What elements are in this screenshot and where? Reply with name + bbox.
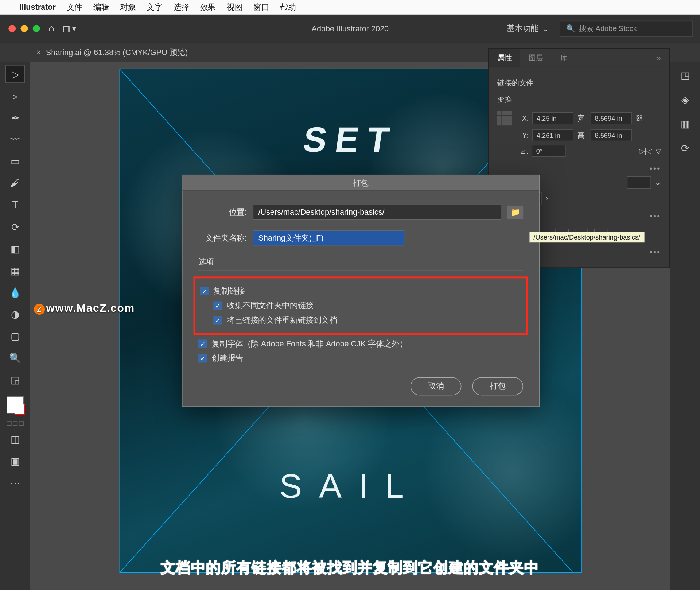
draw-mode[interactable]: ◫ — [6, 431, 24, 448]
paintbrush-tool[interactable]: 🖌 — [6, 175, 24, 192]
transform-more-icon[interactable]: ••• — [497, 161, 661, 176]
copy-fonts-checkbox[interactable]: ✓复制字体（除 Adobe Fonts 和非 Adobe CJK 字体之外） — [198, 338, 523, 349]
y-field[interactable] — [532, 129, 573, 141]
home-icon[interactable]: ⌂ — [48, 23, 54, 34]
rotate-tool[interactable]: ⟳ — [6, 218, 24, 236]
menu-file[interactable]: 文件 — [67, 1, 82, 12]
tab-properties[interactable]: 属性 — [489, 49, 520, 67]
artboard-tool[interactable]: ▢ — [6, 327, 24, 345]
window-controls — [8, 25, 40, 32]
options-label: 选项 — [198, 256, 523, 270]
menu-view[interactable]: 视图 — [227, 1, 242, 12]
collect-links-checkbox[interactable]: ✓收集不同文件夹中的链接 — [213, 300, 521, 311]
copy-links-checkbox[interactable]: ✓复制链接 — [200, 286, 521, 296]
edit-toolbar[interactable]: ⋯ — [6, 474, 24, 491]
type-tool[interactable]: T — [6, 197, 24, 214]
flip-h-icon[interactable]: ▷|◁ — [639, 147, 652, 155]
pen-tool[interactable]: ✒ — [6, 109, 24, 126]
minimize-window-icon[interactable] — [21, 25, 28, 32]
properties-icon[interactable]: ◳ — [677, 67, 694, 84]
h-field[interactable] — [591, 129, 632, 141]
create-report-checkbox[interactable]: ✓创建报告 — [198, 353, 523, 364]
location-label: 位置: — [198, 206, 247, 217]
menu-edit[interactable]: 编辑 — [93, 1, 109, 12]
search-placeholder: 搜索 Adobe Stock — [579, 23, 637, 34]
transform-label: 变换 — [497, 94, 661, 105]
workspace-selector[interactable]: 基本功能⌄ — [507, 23, 549, 34]
browse-folder-icon[interactable]: 📁 — [508, 205, 523, 219]
flip-v-icon[interactable]: ▽̲ — [656, 147, 661, 155]
x-field[interactable] — [532, 112, 573, 124]
highlighted-options: ✓复制链接 ✓收集不同文件夹中的链接 ✓将已链接的文件重新链接到文档 — [193, 276, 528, 335]
folder-name-field[interactable] — [253, 230, 404, 246]
menu-help[interactable]: 帮助 — [280, 1, 296, 12]
artwork-text-bottom: SAIL — [120, 466, 580, 506]
chevron-down-icon: ⌄ — [542, 24, 549, 33]
eraser-tool[interactable]: ◧ — [6, 240, 24, 257]
annotation-caption: 文档中的所有链接都将被找到并复制到它创建的文件夹中 — [0, 558, 700, 577]
linked-file-label: 链接的文件 — [497, 78, 661, 89]
close-window-icon[interactable] — [8, 25, 16, 32]
layers-icon[interactable]: ◈ — [677, 91, 694, 108]
zoom-window-icon[interactable] — [33, 25, 40, 32]
dialog-title: 打包 — [183, 175, 539, 191]
search-icon: 🔍 — [566, 24, 575, 33]
cancel-button[interactable]: 取消 — [411, 377, 462, 395]
menu-type[interactable]: 文字 — [147, 1, 162, 12]
app-header: ⌂ ▥ ▾ Adobe Illustrator 2020 基本功能⌄ 🔍 搜索 … — [0, 15, 700, 42]
rectangle-tool[interactable]: ▭ — [6, 153, 24, 170]
menu-select[interactable]: 选择 — [174, 1, 189, 12]
app-title: Adobe Illustrator 2020 — [312, 24, 389, 33]
x-label: X: — [519, 114, 529, 123]
tools-panel: ▷ ▹ ✒ 〰 ▭ 🖌 T ⟳ ◧ ▦ 💧 ◑ ▢ 🔍 ◲ ◫ ▣ ⋯ — [0, 62, 30, 590]
direct-selection-tool[interactable]: ▹ — [6, 87, 24, 104]
zoom-tool[interactable]: 🔍 — [6, 349, 24, 366]
h-label: 高: — [577, 130, 587, 140]
watermark: Zwww.MacZ.com — [34, 302, 135, 315]
menu-effect[interactable]: 效果 — [200, 1, 216, 12]
screen-mode[interactable]: ▣ — [6, 453, 24, 470]
chevron-right-icon[interactable]: › — [546, 194, 548, 202]
location-field[interactable] — [253, 204, 501, 220]
color-mode-icons[interactable] — [7, 421, 24, 426]
right-icon-rail: ◳ ◈ ▥ ⟳ — [670, 62, 700, 590]
relink-checkbox[interactable]: ✓将已链接的文件重新链接到文档 — [213, 315, 521, 326]
package-dialog: 打包 位置: 📁 文件夹名称: /Users/mac/Desktop/shari… — [182, 175, 540, 407]
tab-libraries[interactable]: 库 — [552, 49, 576, 67]
package-button[interactable]: 打包 — [472, 377, 523, 395]
mac-menubar: Illustrator 文件 编辑 对象 文字 选择 效果 视图 窗口 帮助 — [0, 0, 700, 15]
eyedropper-tool[interactable]: 💧 — [6, 284, 24, 301]
arrange-docs-icon[interactable]: ▥ ▾ — [63, 24, 77, 33]
rotate-field[interactable] — [532, 145, 566, 157]
link-wh-icon[interactable]: ⛓ — [635, 114, 643, 123]
fill-swatch[interactable] — [7, 397, 24, 414]
opacity-field[interactable] — [627, 176, 652, 189]
w-label: 宽: — [577, 113, 587, 123]
refresh-icon[interactable]: ⟳ — [677, 139, 694, 156]
path-tooltip: /Users/mac/Desktop/sharing-basics/ — [529, 232, 645, 242]
fill-stroke-toggle[interactable]: ◲ — [6, 371, 24, 388]
libraries-icon[interactable]: ▥ — [677, 115, 694, 132]
tab-close-icon[interactable]: × — [36, 48, 41, 57]
reference-point[interactable] — [497, 111, 512, 125]
tab-layers[interactable]: 图层 — [520, 49, 552, 67]
menu-object[interactable]: 对象 — [120, 1, 136, 12]
menu-window[interactable]: 窗口 — [253, 1, 269, 12]
search-stock[interactable]: 🔍 搜索 Adobe Stock — [560, 20, 693, 37]
folder-name-label: 文件夹名称: — [198, 233, 247, 244]
gradient-tool[interactable]: ▦ — [6, 262, 24, 279]
selection-tool[interactable]: ▷ — [6, 66, 24, 83]
y-label: Y: — [519, 131, 529, 139]
rotate-icon: ⊿: — [520, 147, 528, 155]
app-menu[interactable]: Illustrator — [19, 3, 56, 12]
curvature-tool[interactable]: 〰 — [6, 131, 24, 148]
w-field[interactable] — [591, 112, 632, 124]
shape-builder-tool[interactable]: ◑ — [6, 306, 24, 323]
document-tab[interactable]: Sharing.ai @ 61.38% (CMYK/GPU 预览) — [46, 47, 188, 58]
panel-collapse-icon[interactable]: » — [648, 49, 669, 67]
